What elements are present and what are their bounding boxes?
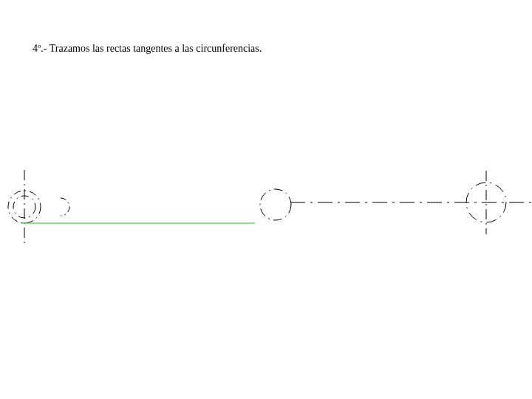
left-outer-circle xyxy=(8,191,41,223)
mid-circle xyxy=(260,189,291,220)
construction-diagram xyxy=(0,0,532,399)
step-title: 4º.- Trazamos las rectas tangentes a las… xyxy=(33,43,262,55)
right-circle xyxy=(466,183,506,222)
left-inner-circle xyxy=(13,196,35,218)
left-small-arc xyxy=(61,198,69,216)
